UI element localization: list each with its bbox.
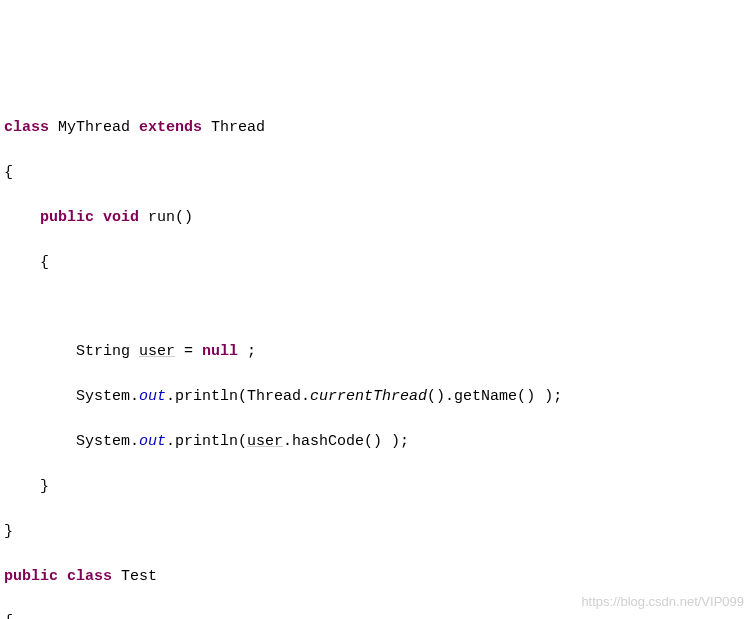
code-line: System.out.println(user.hashCode() ); <box>4 431 750 454</box>
indent: String <box>4 343 139 360</box>
superclass: Thread <box>202 119 265 136</box>
code-line: public class Test <box>4 566 750 589</box>
indent <box>4 209 40 226</box>
keyword-public: public <box>4 568 58 585</box>
code-line: System.out.println(Thread.currentThread(… <box>4 386 750 409</box>
keyword-void: void <box>103 209 139 226</box>
field-out: out <box>139 388 166 405</box>
keyword-extends: extends <box>139 119 202 136</box>
class-name: Test <box>112 568 157 585</box>
class-name: MyThread <box>49 119 139 136</box>
code-line: class MyThread extends Thread <box>4 117 750 140</box>
method-currentThread: currentThread <box>310 388 427 405</box>
field-out: out <box>139 433 166 450</box>
keyword-class: class <box>4 119 49 136</box>
brace: { <box>4 613 13 619</box>
keyword-public: public <box>40 209 94 226</box>
code-line: { <box>4 162 750 185</box>
watermark: https://blog.csdn.net/VIP099 <box>581 592 744 612</box>
code-line: { <box>4 611 750 619</box>
code-line: } <box>4 476 750 499</box>
keyword-class: class <box>67 568 112 585</box>
code-line: String user = null ; <box>4 341 750 364</box>
code-block: class MyThread extends Thread { public v… <box>4 94 750 619</box>
brace: } <box>4 478 49 495</box>
code-line: } <box>4 521 750 544</box>
code-line <box>4 297 750 319</box>
brace: } <box>4 523 13 540</box>
keyword-null: null <box>202 343 238 360</box>
brace: { <box>4 254 49 271</box>
code-line: public void run() <box>4 207 750 230</box>
method-sig: run() <box>139 209 193 226</box>
code-line: { <box>4 252 750 275</box>
brace: { <box>4 164 13 181</box>
variable: user <box>139 343 175 360</box>
variable: user <box>247 433 283 450</box>
